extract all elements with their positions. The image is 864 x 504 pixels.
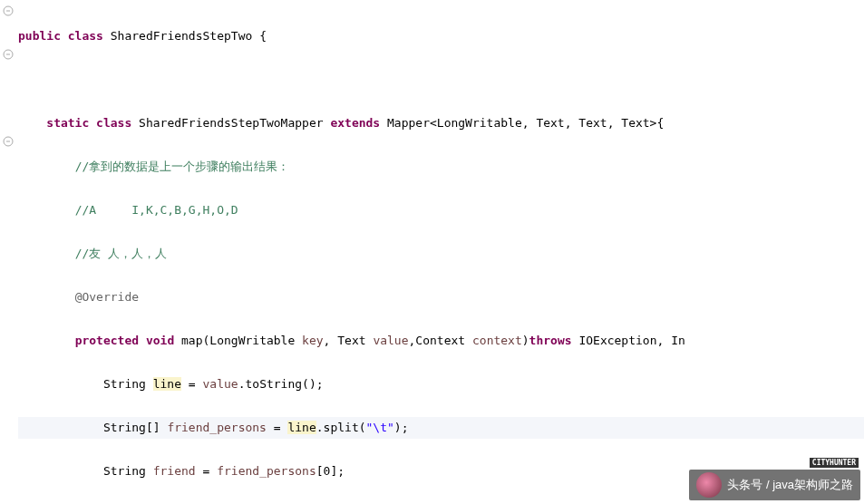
collapse-icon[interactable] — [3, 136, 14, 147]
avatar-icon — [696, 472, 722, 498]
code-line: static class SharedFriendsStepTwoMapper … — [18, 112, 864, 134]
code-line — [18, 69, 864, 91]
code-line: public class SharedFriendsStepTwo { — [18, 25, 864, 47]
code-line: //拿到的数据是上一个步骤的输出结果： — [18, 156, 864, 178]
editor-gutter — [0, 0, 16, 504]
code-line: //友 人，人，人 — [18, 243, 864, 265]
collapse-icon[interactable] — [3, 5, 14, 16]
code-editor[interactable]: public class SharedFriendsStepTwo { stat… — [18, 0, 864, 504]
watermark: 头条号 / java架构师之路 — [689, 470, 860, 500]
code-line: String line = value.toString(); — [18, 373, 864, 395]
code-line-current: String[] friend_persons = line.split("\t… — [18, 417, 864, 439]
code-line: protected void map(LongWritable key, Tex… — [18, 330, 864, 352]
collapse-icon[interactable] — [3, 49, 14, 60]
code-line: @Override — [18, 286, 864, 308]
watermark-badge: CITYHUNTER — [810, 458, 859, 468]
watermark-text: 头条号 / java架构师之路 — [727, 477, 853, 493]
code-line: //A I,K,C,B,G,H,O,D — [18, 199, 864, 221]
